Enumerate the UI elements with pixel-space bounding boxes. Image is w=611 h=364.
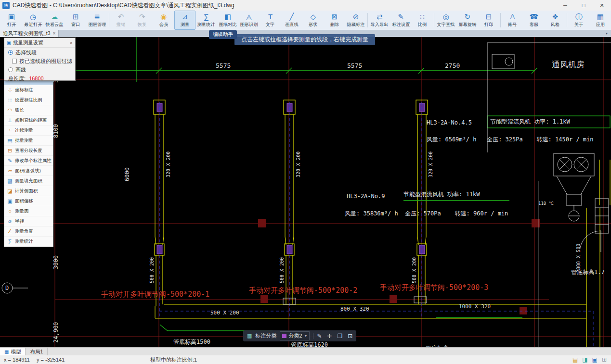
dialog-option-radio[interactable]: 画线: [4, 65, 75, 74]
sidebar-item-label: 测量统计: [15, 238, 33, 245]
toolbar-style[interactable]: ❖风格: [545, 11, 566, 30]
grid-icon[interactable]: ⊞: [602, 356, 607, 363]
area-offset-icon: ▣: [7, 198, 13, 204]
dialog-option-radio[interactable]: 选择线段: [4, 48, 75, 56]
toolbar-hide-annotation[interactable]: ⊘隐藏标注: [345, 11, 366, 30]
sidebar-item-label: 面积偏移: [15, 198, 33, 204]
toolbar-support[interactable]: ☎客服: [523, 11, 545, 30]
toolbar-about[interactable]: ⓘ关于: [568, 11, 589, 30]
toolbar-delete[interactable]: ⊠删除: [324, 11, 345, 30]
sidebar-item-continuous-measure[interactable]: ≈连续测量: [4, 126, 53, 136]
folder-icon[interactable]: ▤: [572, 356, 578, 363]
toolbar-vip[interactable]: ◉会员: [153, 11, 174, 30]
share-icon[interactable]: ◨: [582, 356, 587, 363]
coordinate-y: y = -325141: [37, 357, 65, 363]
tab-list-dropdown-icon[interactable]: ▼: [602, 30, 611, 37]
toolbar-apps[interactable]: ▦应用: [590, 11, 611, 30]
toolbar-measure-stats[interactable]: ∑测量统计: [195, 11, 217, 30]
sidebar-item-label: 批量测量: [15, 138, 33, 144]
sidebar-item-set-annotation-scale[interactable]: ∷设置标注比例: [4, 95, 53, 105]
toolbar-redo[interactable]: ↷恢复: [131, 11, 153, 30]
clipboard-icon[interactable]: ⊡: [348, 333, 352, 339]
dialog-option-checkbox[interactable]: 按已选线段的图层过滤: [4, 56, 75, 65]
toolbar-label: 屏幕旋转: [458, 21, 476, 27]
category-dropdown[interactable]: 分类2 ▼: [280, 331, 310, 340]
toolbar-cloud-drive[interactable]: ☁快看云盘: [44, 11, 65, 30]
sidebar-item-view-segment-length[interactable]: ⊟查看分段长度: [4, 146, 53, 156]
radio-unchecked-icon[interactable]: [8, 67, 13, 72]
canvas[interactable]: 557555752750通风机房300081006000300024,900HL…: [0, 37, 611, 347]
toolbar-label: 快看云盘: [45, 21, 63, 27]
tab-close-icon[interactable]: ×: [53, 31, 56, 36]
copy-icon[interactable]: ❐: [338, 333, 343, 339]
toolbar-layer-manager[interactable]: ≣图层管理: [86, 11, 107, 30]
sidebar-item-measure-angle[interactable]: ∠测量角度: [4, 226, 53, 237]
dialog-close-icon[interactable]: ×: [70, 40, 73, 46]
fill-area-measure-icon: ▨: [7, 178, 13, 184]
toolbar-label: 测量统计: [197, 21, 215, 27]
toolbar-measure[interactable]: ⊿测量: [174, 11, 195, 30]
toolbar-account[interactable]: ♙账号: [502, 11, 523, 30]
pdf-icon[interactable]: ▣: [592, 356, 598, 363]
sidebar-item-area-offset[interactable]: ▣面积偏移: [4, 196, 53, 206]
sidebar-item-measure-circle[interactable]: ○测量圆: [4, 206, 53, 216]
sidebar-item-fill-area-measure[interactable]: ▨测量填充面积: [4, 176, 53, 186]
annotation-scale-text: 模型中的标注比例:1: [150, 356, 197, 364]
cad-text: 管底标高1500: [173, 339, 210, 345]
toolbar-text-search[interactable]: ◎文字查找: [435, 11, 456, 30]
toolbar-text[interactable]: T文字: [260, 11, 281, 30]
redo-icon: ↷: [139, 13, 145, 21]
toolbar-draw-line[interactable]: ╱画直线: [281, 11, 302, 30]
cad-text: 24,900: [53, 322, 59, 343]
dialog-option-label: 画线: [15, 66, 26, 74]
sidebar-item-coordinate-annotation[interactable]: ⊹坐标标注: [4, 85, 53, 95]
minimize-button[interactable]: ─: [556, 0, 574, 11]
cad-text: 管底标高1620: [291, 342, 328, 347]
cad-text: 500 X 200: [210, 310, 239, 316]
close-button[interactable]: ✕: [593, 0, 611, 11]
sidebar-item-measure-statistics[interactable]: ∑测量统计: [4, 237, 53, 247]
sidebar-item-radius[interactable]: ⌀半径: [4, 216, 53, 226]
toolbar-shapes[interactable]: ◇形状: [302, 11, 324, 30]
toolbar-label: 恢复: [138, 21, 146, 27]
draw-line-icon: ╱: [289, 13, 294, 21]
grid-lines: [0, 37, 611, 347]
toolbar-recent-open[interactable]: ◷最近打开: [22, 11, 43, 30]
edit-assistant-badge[interactable]: 编辑助手: [209, 30, 237, 39]
toolbar-scale[interactable]: ∷比例: [412, 11, 433, 30]
toolbar-print[interactable]: ⊟打印: [478, 11, 499, 30]
toolbar-drawing-compare[interactable]: ◧图纸对比: [217, 11, 238, 30]
titlebar: 快 CAD快速看图 - C:\Users\ruohan\Desktop\CAD快…: [0, 0, 611, 11]
toolbar-label: 应用: [596, 21, 605, 27]
sidebar-item-edit-annotation-property[interactable]: ✎修改单个标注属性: [4, 156, 53, 166]
sidebar-item-label: 测量角度: [15, 228, 33, 235]
toolbar-annotation-settings[interactable]: ✎标注设置: [390, 11, 411, 30]
toolbar-window[interactable]: ⊞窗口: [65, 11, 86, 30]
total-length-label: 总长度:: [8, 75, 26, 81]
toolbar-import-export[interactable]: ⇄导入导出: [369, 11, 390, 30]
cad-text: 手动对开多叶调节阀-500*200-3: [380, 284, 488, 292]
set-annotation-scale-icon: ∷: [7, 97, 13, 103]
toolbar: ▣打开◷最近打开☁快看云盘⊞窗口≣图层管理↶撤销↷恢复◉会员⊿测量∑测量统计◧图…: [0, 11, 611, 30]
document-tab[interactable]: 通风工程实例图纸_t3 ×: [0, 30, 59, 37]
radio-checked-icon[interactable]: [8, 50, 13, 55]
toolbar-label: 风格: [551, 21, 559, 27]
batch-measure-icon: ▤: [7, 138, 13, 144]
sidebar-item-batch-measure[interactable]: ▤批量测量: [4, 136, 53, 146]
toolbar-open[interactable]: ▣打开: [1, 11, 22, 30]
sidebar-item-label: 测量圆: [15, 208, 28, 214]
toolbar-shape-recognition[interactable]: ◬图形识别: [238, 11, 260, 30]
dialog-titlebar[interactable]: ▣ 批量测量设置 ×: [4, 38, 75, 48]
toolbar-screen-rotate[interactable]: ↻屏幕旋转: [457, 11, 478, 30]
edit-annotation-icon[interactable]: ✎: [317, 333, 322, 339]
layout-tab-模型[interactable]: ▦模型: [0, 348, 26, 356]
toolbar-undo[interactable]: ↶撤销: [110, 11, 131, 30]
checkbox-unchecked-icon[interactable]: [12, 59, 17, 63]
sidebar-item-area-with-arc[interactable]: ▱面积(含弧线): [4, 166, 53, 176]
move-icon[interactable]: ✛: [327, 333, 332, 339]
maximize-button[interactable]: □: [574, 0, 593, 11]
sidebar-item-arc-length[interactable]: ◠弧长: [4, 105, 53, 115]
sidebar-item-side-area-calc[interactable]: ◪计算侧面积: [4, 186, 53, 196]
sidebar-item-point-to-line-distance[interactable]: ⊥点到直线的距离: [4, 115, 53, 126]
layout-tab-布局1[interactable]: 布局1: [26, 348, 48, 356]
